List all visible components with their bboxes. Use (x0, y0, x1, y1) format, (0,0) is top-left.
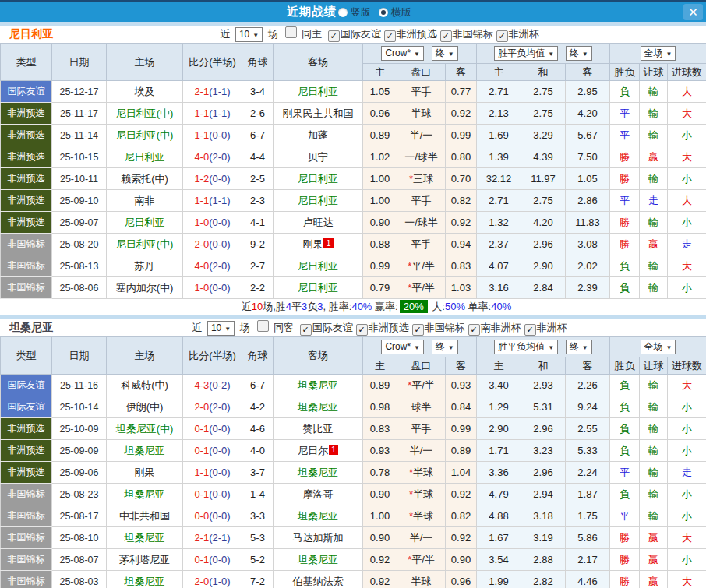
scope-select[interactable]: 全场▼ (641, 46, 676, 61)
fulltime-score: 0-1 (194, 445, 209, 456)
avg-group-header: 胜平负均值▼ 终▼ (477, 337, 610, 357)
recent-count-select[interactable]: 10▼ (235, 27, 263, 42)
competition-checkbox[interactable]: ✓ (524, 324, 536, 336)
subcol-odds-home: 主 (363, 357, 397, 375)
competition-checkbox[interactable]: ✓ (384, 30, 396, 42)
odds-company-select[interactable]: Crow*▼ (381, 46, 424, 61)
same-venue-checkbox[interactable] (257, 320, 269, 332)
summary-segment: 4 (286, 301, 291, 312)
competition-checkbox[interactable]: ✓ (300, 324, 312, 336)
handicap-result: 贏 (640, 549, 668, 571)
handicap-value: 球半 (411, 401, 432, 413)
handicap-value: 半球 (411, 576, 432, 587)
home-team-name: 埃及 (135, 86, 155, 97)
halftime-score: (0-0) (209, 423, 230, 435)
home-team: 坦桑尼亚(中) (107, 418, 183, 440)
avg-select[interactable]: 胜平负均值▼ (494, 46, 558, 61)
away-team: 摩洛哥 (274, 484, 363, 505)
odds-away: 0.99 (446, 125, 477, 146)
odds-final-select[interactable]: 终▼ (432, 46, 458, 61)
avg-final-value: 终 (570, 341, 579, 352)
col-corner: 角球 (242, 44, 274, 81)
avg-draw: 2.75 (521, 81, 566, 103)
odds-home: 0.89 (363, 375, 397, 396)
match-row: 非国锦标25-08-03坦桑尼亚2-0(1-0)7-2伯基纳法索0.92半球0.… (1, 571, 706, 588)
competition-label: 南非洲杯 (481, 322, 521, 333)
radio-circle-checked-icon[interactable] (379, 8, 388, 17)
goals-result: 大 (668, 571, 706, 588)
competition-checkbox[interactable]: ✓ (356, 324, 368, 336)
odds-home: 0.88 (363, 234, 397, 255)
section-header: 坦桑尼亚 近 10▼ 场 同客 ✓国际友谊✓非洲预选✓非国锦标✓南非洲杯✓非洲杯 (0, 319, 706, 336)
score-cell: 4-0(2-0) (183, 255, 242, 277)
radio-circle-icon[interactable] (338, 8, 348, 17)
match-date: 25-10-09 (52, 418, 107, 440)
recent-count-select[interactable]: 10▼ (207, 321, 235, 336)
competition-checkbox[interactable]: ✓ (496, 30, 508, 42)
radio-horizontal-layout[interactable]: 横版 (379, 5, 411, 19)
odds-final-select[interactable]: 终▼ (432, 340, 458, 354)
avg-value: 胜平负均值 (498, 341, 545, 352)
competition-checkbox[interactable]: ✓ (468, 324, 480, 336)
competition-filter: ✓非国锦标 (409, 322, 465, 333)
col-corner: 角球 (242, 337, 274, 375)
avg-away: 9.24 (566, 396, 610, 418)
summary-segment: 平 (291, 301, 302, 312)
avg-home: 1.32 (477, 212, 521, 234)
competition-checkbox[interactable]: ✓ (440, 30, 452, 42)
summary-segment: 负 (307, 301, 317, 312)
goals-result: 小 (668, 125, 706, 146)
same-venue-checkbox[interactable] (285, 26, 297, 38)
odds-home: 0.93 (363, 440, 397, 462)
halftime-score: (1-1) (209, 107, 230, 119)
away-team-name: 卢旺达 (303, 217, 334, 228)
subcol-goals: 进球数 (668, 64, 706, 81)
odds-home: 0.83 (363, 418, 397, 440)
handicap: *平/半 (397, 277, 446, 299)
avg-home: 32.12 (477, 168, 521, 190)
home-team-name: 尼日利亚 (125, 217, 165, 228)
odds-company-select[interactable]: Crow*▼ (381, 340, 424, 354)
avg-final-value: 终 (570, 48, 579, 58)
home-team: 坦桑尼亚 (107, 484, 183, 505)
corner-score: 4-4 (242, 146, 274, 168)
avg-final-select[interactable]: 终▼ (566, 46, 592, 61)
competition-checkbox[interactable]: ✓ (328, 30, 340, 42)
close-icon[interactable]: ✕ (683, 4, 703, 20)
competition-type: 非洲预选 (1, 125, 52, 146)
handicap-value: 半/一 (410, 532, 433, 544)
avg-select[interactable]: 胜平负均值▼ (494, 340, 558, 354)
home-team: 中非共和国 (107, 505, 183, 527)
avg-draw: 2.75 (521, 190, 566, 212)
handicap-value: 平手 (411, 238, 432, 250)
halftime-score: (1-0) (209, 576, 230, 587)
col-score: 比分(半场) (183, 44, 242, 81)
match-row: 非国锦标25-08-20尼日利亚(中)2-0(0-0)9-2刚果10.88平手0… (1, 234, 706, 255)
away-team: 伯基纳法索 (274, 571, 363, 588)
home-team: 赖索托(中) (107, 168, 183, 190)
handicap-result: 輸 (640, 103, 668, 125)
odds-home: 1.05 (363, 81, 397, 103)
radio-vertical-layout[interactable]: 竖版 (338, 5, 371, 19)
same-venue-label: 同客 (274, 322, 294, 333)
odds-away: 0.89 (446, 440, 477, 462)
odds-company-value: Crow* (385, 48, 411, 58)
competition-type: 非洲预选 (1, 103, 52, 125)
fulltime-score: 0-1 (194, 423, 209, 435)
match-result: 平 (610, 125, 640, 146)
away-team-name: 尼日利亚 (298, 173, 338, 185)
avg-value: 胜平负均值 (498, 48, 545, 58)
away-team-name: 刚果 (302, 238, 323, 250)
subcol-avg-home: 主 (477, 357, 521, 375)
avg-home: 4.07 (477, 255, 521, 277)
summary-segment: 50% (445, 301, 465, 312)
competition-checkbox[interactable]: ✓ (412, 324, 424, 336)
home-team: 刚果 (107, 462, 183, 484)
scope-select[interactable]: 全场▼ (641, 340, 676, 354)
match-row: 国际友谊25-12-17埃及2-1(1-1)3-4尼日利亚1.05平手0.772… (1, 81, 706, 103)
avg-final-select[interactable]: 终▼ (566, 340, 592, 354)
avg-draw: 3.18 (521, 505, 566, 527)
halftime-score: (1-1) (209, 86, 230, 97)
fulltime-score: 1-0 (194, 217, 209, 228)
col-away: 客场 (274, 337, 363, 375)
